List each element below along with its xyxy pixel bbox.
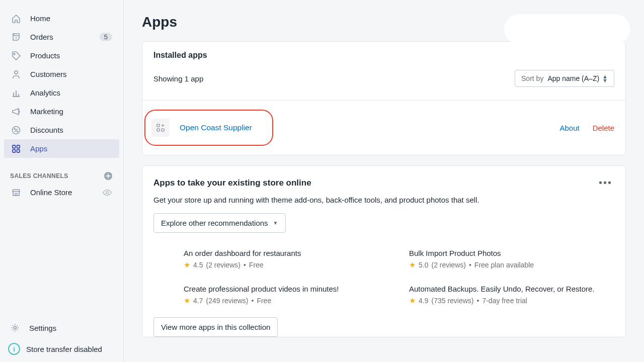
info-icon: i (8, 343, 20, 355)
rec-title: Bulk Import Product Photos (409, 249, 614, 257)
nav-discounts[interactable]: Discounts (4, 121, 119, 139)
rec-rating: 4.9 (419, 297, 428, 305)
rec-rating: 4.7 (193, 297, 203, 305)
analytics-icon (11, 88, 21, 98)
orders-icon (11, 32, 21, 42)
store-icon (11, 188, 21, 198)
star-icon: ★ (184, 296, 190, 305)
recommendations-title: Apps to take your existing store online (153, 178, 311, 188)
add-channel-icon[interactable] (103, 171, 113, 181)
installed-heading: Installed apps (153, 51, 614, 60)
rec-price: Free (249, 261, 264, 269)
rec-reviews: (2 reviews) (206, 261, 240, 269)
dot: • (469, 261, 471, 269)
sidebar-bottom: Settings i Store transfer disabled (0, 318, 123, 362)
app-thumb-icon (151, 119, 170, 137)
nav-customers[interactable]: Customers (4, 65, 119, 83)
rec-meta: ★ 4.7 (249 reviews) • Free (184, 296, 389, 305)
app-delete-link[interactable]: Delete (593, 124, 614, 132)
rec-meta: ★ 4.9 (735 reviews) • 7-day free trial (409, 296, 614, 305)
rec-price: Free (257, 297, 271, 305)
rec-item[interactable]: Create professional product videos in mi… (184, 285, 389, 305)
orders-badge: 5 (100, 33, 112, 41)
primary-nav: Home Orders 5 Products Customers A (0, 0, 123, 318)
nav-label: Products (30, 51, 60, 60)
sort-button[interactable]: Sort by App name (A–Z) ▲▼ (515, 70, 614, 87)
nav-products[interactable]: Products (4, 46, 119, 65)
rec-rating: 5.0 (419, 261, 428, 269)
channel-online-store[interactable]: Online Store (4, 183, 119, 202)
view-store-icon[interactable] (102, 188, 112, 198)
svg-rect-14 (162, 129, 164, 131)
nav-marketing[interactable]: Marketing (4, 102, 119, 121)
sidebar: Home Orders 5 Products Customers A (0, 0, 124, 362)
svg-rect-12 (157, 124, 159, 127)
discount-icon (11, 125, 21, 135)
rec-reviews: (249 reviews) (206, 297, 248, 305)
installed-apps-card: Installed apps Showing 1 app Sort by App… (142, 41, 626, 155)
nav-analytics[interactable]: Analytics (4, 83, 119, 102)
nav-label: Analytics (30, 88, 60, 97)
view-more-button[interactable]: View more apps in this collection (153, 317, 278, 337)
nav-settings[interactable]: Settings (0, 318, 123, 338)
more-options-icon[interactable]: ••• (597, 177, 614, 189)
header-action-placeholder (504, 14, 630, 44)
svg-rect-6 (17, 145, 20, 148)
settings-label: Settings (29, 324, 56, 332)
app-about-link[interactable]: About (559, 124, 579, 132)
recommendations-subtitle: Get your store up and running with theme… (142, 192, 625, 213)
store-transfer-status[interactable]: i Store transfer disabled (0, 338, 123, 360)
star-icon: ★ (184, 260, 190, 269)
svg-rect-5 (13, 145, 16, 148)
nav-label: Orders (30, 33, 53, 41)
dot: • (477, 297, 479, 305)
nav-label: Apps (30, 144, 47, 153)
recommendations-card: Apps to take your existing store online … (142, 165, 626, 337)
rec-meta: ★ 4.5 (2 reviews) • Free (184, 260, 389, 269)
chevron-down-icon: ▼ (273, 220, 278, 226)
rec-item[interactable]: Bulk Import Product Photos ★ 5.0 (2 revi… (409, 249, 614, 269)
nav-home[interactable]: Home (4, 9, 119, 28)
home-icon (11, 14, 21, 24)
rec-title: Create professional product videos in mi… (184, 285, 389, 293)
svg-point-0 (14, 53, 15, 54)
explore-label: Explore other recommendations (161, 219, 268, 227)
svg-point-10 (106, 191, 108, 193)
showing-count: Showing 1 app (153, 74, 203, 83)
nav-label: Marketing (30, 107, 63, 116)
sort-prefix: Sort by (521, 74, 543, 82)
rec-item[interactable]: Automated Backups. Easily Undo, Recover,… (409, 285, 614, 305)
nav-label: Customers (30, 70, 67, 78)
rec-reviews: (735 reviews) (431, 297, 473, 305)
svg-rect-13 (157, 129, 159, 131)
svg-point-11 (14, 326, 16, 329)
megaphone-icon (11, 107, 21, 117)
channel-label: Online Store (30, 188, 72, 197)
tag-icon (11, 51, 21, 61)
dot: • (252, 297, 254, 305)
rec-price: 7-day free trial (482, 297, 527, 305)
person-icon (11, 69, 21, 79)
main-content: Apps Installed apps Showing 1 app Sort b… (124, 0, 644, 362)
installed-app-row: Open Coast Supplier About Delete (142, 100, 625, 155)
explore-recommendations-button[interactable]: Explore other recommendations ▼ (153, 213, 286, 233)
rec-item[interactable]: An order dashboard for restaurants ★ 4.5… (184, 249, 389, 269)
svg-point-1 (15, 70, 18, 73)
nav-orders[interactable]: Orders 5 (4, 28, 119, 46)
svg-point-3 (15, 128, 16, 129)
nav-label: Home (30, 14, 50, 23)
svg-rect-8 (17, 149, 20, 152)
svg-point-4 (17, 131, 18, 132)
rec-meta: ★ 5.0 (2 reviews) • Free plan available (409, 260, 614, 269)
star-icon: ★ (409, 260, 416, 269)
rec-price: Free plan available (474, 261, 534, 269)
svg-rect-7 (13, 149, 16, 152)
nav-apps[interactable]: Apps (4, 139, 119, 158)
rec-title: An order dashboard for restaurants (184, 249, 389, 257)
nav-label: Discounts (30, 126, 63, 134)
recommendations-grid: An order dashboard for restaurants ★ 4.5… (142, 244, 625, 314)
star-icon: ★ (409, 296, 416, 305)
rec-title: Automated Backups. Easily Undo, Recover,… (409, 285, 614, 293)
dot: • (244, 261, 246, 269)
app-name-link[interactable]: Open Coast Supplier (180, 123, 252, 132)
